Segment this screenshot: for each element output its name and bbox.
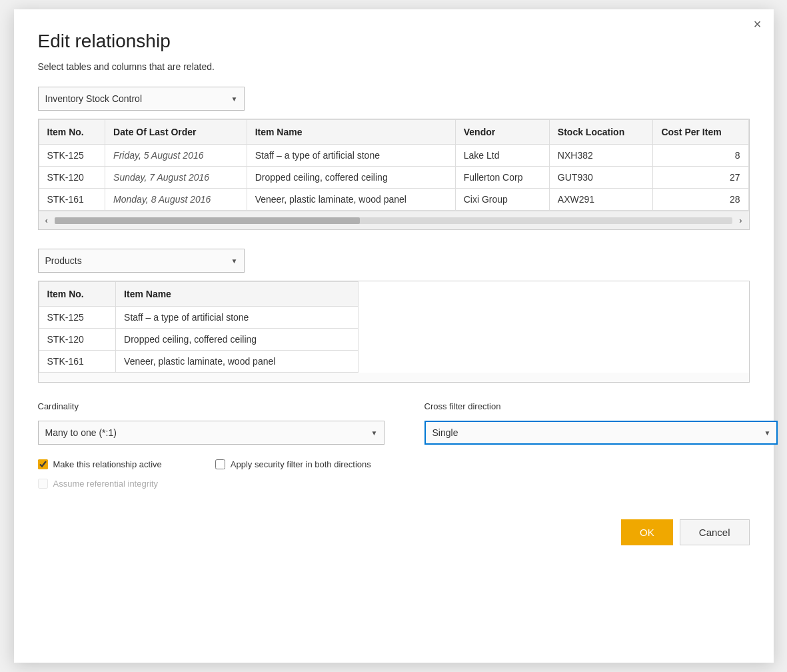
make-active-label: Make this relationship active [53, 459, 162, 469]
cell-date: Sunday, 7 August 2016 [105, 167, 247, 189]
referential-checkbox[interactable] [38, 479, 48, 489]
cell-cost: 28 [653, 189, 748, 211]
checkboxes-area: Make this relationship active Assume ref… [38, 459, 750, 489]
referential-checkbox-item: Assume referential integrity [38, 479, 162, 489]
dialog-subtitle: Select tables and columns that are relat… [38, 61, 750, 72]
table-row[interactable]: STK-125 Friday, 5 August 2016 Staff – a … [39, 145, 748, 167]
make-active-checkbox-item: Make this relationship active [38, 459, 162, 469]
cell-cost: 8 [653, 145, 748, 167]
col-vendor: Vendor [455, 120, 549, 145]
cross-filter-label: Cross filter direction [424, 401, 778, 411]
cell-item-no: STK-125 [39, 145, 105, 167]
table1-container: Item No. Date Of Last Order Item Name Ve… [38, 119, 750, 230]
cross-filter-dropdown[interactable]: SingleBoth [424, 421, 778, 445]
table2-dropdown[interactable]: Products [38, 249, 245, 273]
cell-vendor: Lake Ltd [455, 145, 549, 167]
col-date-of-last-order: Date Of Last Order [105, 120, 247, 145]
table-row[interactable]: STK-120 Dropped ceiling, coffered ceilin… [39, 329, 358, 351]
table-row[interactable]: STK-125 Staff – a type of artificial sto… [39, 307, 358, 329]
cell-item-name: Staff – a type of artificial stone [247, 145, 455, 167]
cardinality-dropdown[interactable]: Many to one (*:1)One to one (1:1)One to … [38, 421, 385, 445]
cell2-item-no: STK-161 [39, 351, 116, 373]
cell-stock-location: NXH382 [549, 145, 653, 167]
make-active-checkbox[interactable] [38, 459, 48, 469]
col-item-name: Item Name [247, 120, 455, 145]
cell2-item-no: STK-125 [39, 307, 116, 329]
cell-stock-location: AXW291 [549, 189, 653, 211]
cardinality-group: Cardinality Many to one (*:1)One to one … [38, 401, 385, 445]
cell2-item-name: Veneer, plastic laminate, wood panel [116, 351, 358, 373]
cell-item-name: Dropped ceiling, coffered ceiling [247, 167, 455, 189]
scroll-track[interactable] [55, 217, 732, 224]
dialog-footer: OK Cancel [38, 513, 750, 545]
cardinality-label: Cardinality [38, 401, 385, 411]
col2-item-name: Item Name [116, 282, 358, 307]
cross-filter-dropdown-wrapper: SingleBoth [424, 421, 778, 445]
ok-button[interactable]: OK [621, 519, 673, 545]
cell2-item-name: Dropped ceiling, coffered ceiling [116, 329, 358, 351]
cell-vendor: Cixi Group [455, 189, 549, 211]
table1: Item No. Date Of Last Order Item Name Ve… [39, 119, 749, 211]
table-row[interactable]: STK-161 Monday, 8 August 2016 Veneer, pl… [39, 189, 748, 211]
edit-relationship-dialog: × Edit relationship Select tables and co… [14, 9, 774, 663]
cell-item-no: STK-120 [39, 167, 105, 189]
cell-item-name: Veneer, plastic laminate, wood panel [247, 189, 455, 211]
security-filter-checkbox[interactable] [215, 459, 225, 469]
table2-header-row: Item No. Item Name [39, 282, 358, 307]
cell-item-no: STK-161 [39, 189, 105, 211]
col-stock-location: Stock Location [549, 120, 653, 145]
cell-cost: 27 [653, 167, 748, 189]
scroll-right-arrow[interactable]: › [736, 214, 744, 227]
cell2-item-no: STK-120 [39, 329, 116, 351]
table1-header-row: Item No. Date Of Last Order Item Name Ve… [39, 120, 748, 145]
cell-date: Friday, 5 August 2016 [105, 145, 247, 167]
col-item-no: Item No. [39, 120, 105, 145]
referential-label: Assume referential integrity [53, 479, 159, 489]
security-filter-checkbox-item: Apply security filter in both directions [215, 459, 371, 469]
table2: Item No. Item Name STK-125 Staff – a typ… [39, 281, 359, 373]
table2-dropdown-wrapper: Products [38, 249, 245, 273]
table-row[interactable]: STK-120 Sunday, 7 August 2016 Dropped ce… [39, 167, 748, 189]
cell-vendor: Fullerton Corp [455, 167, 549, 189]
table1-dropdown[interactable]: Inventory Stock Control [38, 87, 245, 111]
col-cost-per-item: Cost Per Item [653, 120, 748, 145]
table2-container: Item No. Item Name STK-125 Staff – a typ… [38, 281, 750, 383]
table-row[interactable]: STK-161 Veneer, plastic laminate, wood p… [39, 351, 358, 373]
security-filter-label: Apply security filter in both directions [231, 459, 371, 469]
table1-scrollbar[interactable]: ‹ › [39, 211, 749, 229]
table1-dropdown-wrapper: Inventory Stock Control [38, 87, 245, 111]
cell-stock-location: GUT930 [549, 167, 653, 189]
col2-item-no: Item No. [39, 282, 116, 307]
cell2-item-name: Staff – a type of artificial stone [116, 307, 358, 329]
cell-date: Monday, 8 August 2016 [105, 189, 247, 211]
close-button[interactable]: × [754, 17, 762, 31]
cross-filter-group: Cross filter direction SingleBoth [424, 401, 778, 445]
cardinality-dropdown-wrapper: Many to one (*:1)One to one (1:1)One to … [38, 421, 385, 445]
scroll-left-arrow[interactable]: ‹ [43, 214, 51, 227]
cancel-button[interactable]: Cancel [680, 519, 750, 545]
scroll-thumb [55, 217, 360, 224]
dialog-title: Edit relationship [38, 31, 750, 52]
options-row: Cardinality Many to one (*:1)One to one … [38, 401, 750, 445]
